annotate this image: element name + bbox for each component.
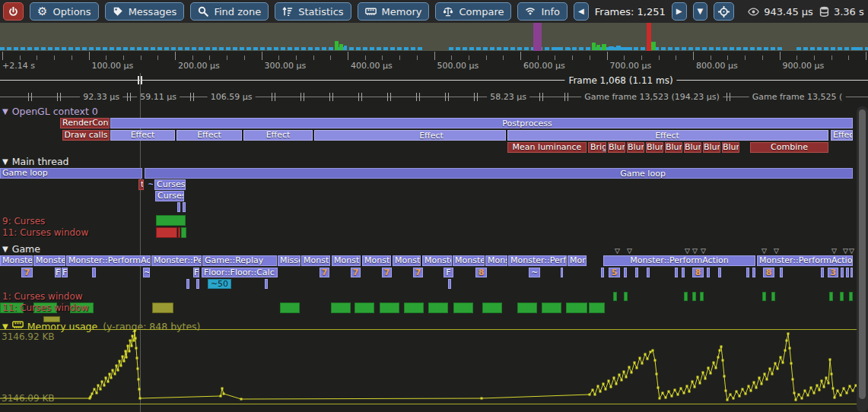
- memory-graph: ▼Memory usage(y-range: 848 bytes)3146.92…: [0, 0, 868, 412]
- search-icon: [198, 6, 208, 17]
- memory-chip-icon: [365, 6, 377, 17]
- crosshair-icon: [718, 6, 730, 17]
- info-label: Info: [541, 6, 560, 17]
- power-button[interactable]: [3, 2, 24, 21]
- compare-button[interactable]: Compare: [435, 2, 511, 21]
- tracy-profiler-window: ⚙Options Messages Find zone Statistics M…: [0, 0, 868, 412]
- scrollbar-thumb[interactable]: [859, 109, 866, 399]
- messages-label: Messages: [129, 6, 177, 17]
- options-label: Options: [52, 6, 91, 17]
- toolbar: ⚙Options Messages Find zone Statistics M…: [0, 0, 868, 23]
- eye-icon: [748, 7, 759, 17]
- options-button[interactable]: ⚙Options: [30, 2, 99, 21]
- prev-frame-button[interactable]: ◀: [574, 2, 589, 21]
- sort-bars-icon: [282, 6, 293, 17]
- scales-icon: [443, 6, 453, 17]
- find-zone-button[interactable]: Find zone: [190, 2, 269, 21]
- statistics-button[interactable]: Statistics: [275, 2, 351, 21]
- next-frame-button[interactable]: ▶: [672, 2, 687, 21]
- gear-icon: ⚙: [37, 6, 47, 17]
- memory-label: Memory: [382, 6, 422, 17]
- signal-icon: [525, 6, 536, 17]
- power-icon: [8, 7, 18, 17]
- view-span-value: 943.45 μs: [764, 6, 813, 17]
- zoom-out-button[interactable]: ▼: [693, 2, 708, 21]
- tags-icon: [113, 6, 123, 17]
- locate-frame-button[interactable]: [714, 2, 734, 21]
- down-arrow-icon: ▼: [698, 6, 704, 17]
- database-icon: [819, 6, 829, 17]
- messages-button[interactable]: Messages: [105, 2, 185, 21]
- info-button[interactable]: Info: [517, 2, 568, 21]
- right-arrow-icon: ▶: [676, 6, 682, 17]
- memory-plot[interactable]: [0, 0, 868, 412]
- capture-time-stat: 3.36 s: [819, 6, 864, 17]
- memory-button[interactable]: Memory: [358, 2, 430, 21]
- frames-label: Frames: 1,251: [595, 6, 666, 17]
- left-arrow-icon: ◀: [578, 6, 584, 17]
- find-zone-label: Find zone: [214, 6, 261, 17]
- view-span-stat: 943.45 μs: [748, 6, 813, 17]
- statistics-label: Statistics: [298, 6, 343, 17]
- capture-time-value: 3.36 s: [834, 6, 864, 17]
- compare-label: Compare: [459, 6, 504, 17]
